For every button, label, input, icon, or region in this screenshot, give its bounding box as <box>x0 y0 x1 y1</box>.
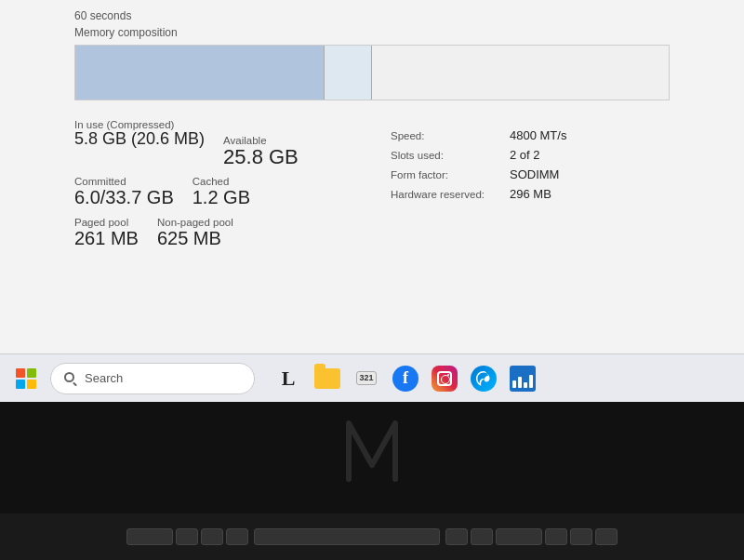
keyboard-area <box>0 402 744 560</box>
key-group-left <box>126 528 248 545</box>
main-content-panel: 60 seconds Memory composition In use (Co… <box>0 0 744 353</box>
cached-label: Cached <box>193 176 250 187</box>
facebook-icon[interactable]: f <box>389 362 422 395</box>
edge-icon[interactable] <box>467 362 500 395</box>
windows-logo-grid <box>16 368 36 389</box>
speed-label: Speed: <box>391 130 502 141</box>
search-handle <box>73 381 77 386</box>
key-group-right <box>445 528 618 545</box>
bar-cached <box>325 46 372 100</box>
windows-start-button[interactable] <box>9 362 43 395</box>
media-player-icon[interactable]: L <box>272 362 305 395</box>
321-text: 321 <box>359 373 373 383</box>
bar-used <box>75 46 325 100</box>
cached-value: 1.2 GB <box>193 187 250 207</box>
bar3 <box>524 382 527 388</box>
key-win <box>201 528 223 545</box>
bar2 <box>518 377 522 388</box>
key-fn <box>176 528 198 545</box>
pool-row: Paged pool 261 MB Non-paged pool 625 MB <box>74 217 372 248</box>
paged-pool-value: 261 MB <box>74 228 139 248</box>
speed-value: 4800 MT/s <box>510 128 566 142</box>
time-label: 60 seconds <box>74 9 670 22</box>
chart-bars <box>512 375 533 388</box>
media-321-icon[interactable]: 321 <box>350 362 383 395</box>
form-factor-row: Form factor: SODIMM <box>391 167 670 181</box>
hardware-reserved-value: 296 MB <box>510 187 551 201</box>
stats-left: In use (Compressed) 5.8 GB (20.6 MB) Ava… <box>74 119 372 248</box>
form-factor-value: SODIMM <box>510 167 559 181</box>
committed-row: Committed 6.0/33.7 GB Cached 1.2 GB <box>74 176 372 207</box>
slots-value: 2 of 2 <box>510 148 540 162</box>
monitor-logo <box>510 366 536 392</box>
hardware-reserved-label: Hardware reserved: <box>391 189 502 200</box>
media-player-label: L <box>282 367 296 391</box>
form-factor-label: Form factor: <box>391 169 502 180</box>
instagram-dot <box>447 374 449 376</box>
bar4 <box>529 375 533 388</box>
non-paged-pool-value: 625 MB <box>157 228 233 248</box>
key-alt-right <box>445 528 468 545</box>
key-up-down <box>570 528 592 545</box>
hardware-reserved-row: Hardware reserved: 296 MB <box>391 187 670 201</box>
logo-yellow <box>27 380 36 389</box>
instagram-logo <box>432 366 458 392</box>
edge-logo <box>471 366 497 392</box>
committed-label: Committed <box>74 176 174 187</box>
search-icon <box>64 372 77 385</box>
in-use-value: 5.8 GB (20.6 MB) <box>74 130 205 149</box>
taskbar-icons: L 321 f <box>272 362 539 395</box>
facebook-logo: f <box>392 366 418 392</box>
committed-value: 6.0/33.7 GB <box>74 187 174 207</box>
logo-blue <box>16 380 25 389</box>
search-input-label: Search <box>85 371 123 385</box>
non-paged-pool-col: Non-paged pool 625 MB <box>157 217 233 248</box>
taskbar: Search L 321 f <box>0 353 744 402</box>
file-explorer-icon[interactable] <box>311 362 344 395</box>
acer-logo <box>344 419 400 487</box>
key-left <box>545 528 567 545</box>
memory-composition-label: Memory composition <box>74 26 670 39</box>
key-alt-left <box>226 528 248 545</box>
bar-available <box>372 46 669 100</box>
non-paged-pool-label: Non-paged pool <box>157 217 233 228</box>
memory-bar <box>74 45 670 100</box>
key-ctrl-right <box>496 528 542 545</box>
logo-red <box>16 368 25 378</box>
instagram-icon[interactable] <box>428 362 461 395</box>
stats-right: Speed: 4800 MT/s Slots used: 2 of 2 Form… <box>372 119 670 248</box>
stats-grid: In use (Compressed) 5.8 GB (20.6 MB) Ava… <box>74 119 670 248</box>
available-value: 25.8 GB <box>223 146 299 168</box>
key-space <box>254 528 440 545</box>
paged-pool-col: Paged pool 261 MB <box>74 217 139 248</box>
slots-label: Slots used: <box>391 150 502 161</box>
folder-shape <box>314 368 340 389</box>
search-bar[interactable]: Search <box>50 363 255 394</box>
search-circle <box>64 372 74 382</box>
in-use-col: In use (Compressed) 5.8 GB (20.6 MB) Ava… <box>74 119 299 168</box>
logo-green <box>27 368 36 378</box>
in-use-row: In use (Compressed) 5.8 GB (20.6 MB) Ava… <box>74 119 372 168</box>
321-label: 321 <box>356 371 376 385</box>
edge-svg <box>474 369 493 388</box>
committed-col: Committed 6.0/33.7 GB <box>74 176 174 207</box>
instagram-inner <box>437 371 452 386</box>
speed-row: Speed: 4800 MT/s <box>391 128 670 142</box>
paged-pool-label: Paged pool <box>74 217 139 228</box>
acer-n-logo <box>344 419 400 484</box>
key-ctrl-left <box>126 528 173 545</box>
key-menu <box>471 528 493 545</box>
key-right <box>595 528 618 545</box>
slots-row: Slots used: 2 of 2 <box>391 148 670 162</box>
monitor-app-icon[interactable] <box>506 362 539 395</box>
bar1 <box>512 380 516 388</box>
keyboard-strip <box>0 513 744 560</box>
cached-col: Cached 1.2 GB <box>193 176 250 207</box>
